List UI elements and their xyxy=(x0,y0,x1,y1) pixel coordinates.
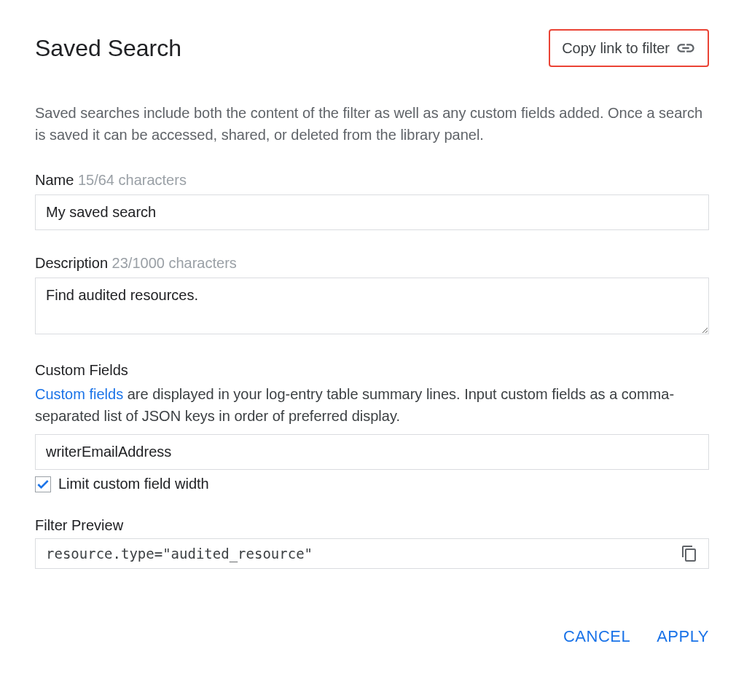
name-input[interactable] xyxy=(35,194,709,230)
filter-preview-label: Filter Preview xyxy=(35,517,709,534)
custom-fields-link[interactable]: Custom fields xyxy=(35,386,123,402)
description-label: Description xyxy=(35,255,108,271)
page-title: Saved Search xyxy=(35,35,181,62)
description-char-count: 23/1000 characters xyxy=(112,255,237,271)
name-label: Name xyxy=(35,172,74,188)
copy-icon xyxy=(681,545,698,562)
copy-filter-button[interactable] xyxy=(681,545,698,562)
apply-button[interactable]: APPLY xyxy=(657,627,709,646)
filter-preview-code: resource.type="audited_resource" xyxy=(46,546,313,562)
description-input[interactable]: Find audited resources. xyxy=(35,278,709,334)
custom-fields-input[interactable] xyxy=(35,434,709,470)
link-icon xyxy=(676,38,696,58)
intro-text: Saved searches include both the content … xyxy=(35,102,709,146)
limit-width-checkbox[interactable] xyxy=(35,476,51,492)
cancel-button[interactable]: CANCEL xyxy=(563,627,630,646)
name-char-count: 15/64 characters xyxy=(78,172,187,188)
limit-width-label: Limit custom field width xyxy=(58,476,209,492)
custom-fields-desc-text: are displayed in your log-entry table su… xyxy=(35,386,674,424)
copy-link-label: Copy link to filter xyxy=(562,40,670,57)
check-icon xyxy=(36,477,50,492)
copy-link-to-filter-button[interactable]: Copy link to filter xyxy=(549,29,709,67)
custom-fields-description: Custom fields are displayed in your log-… xyxy=(35,383,709,427)
custom-fields-label: Custom Fields xyxy=(35,362,709,379)
filter-preview-box: resource.type="audited_resource" xyxy=(35,538,709,569)
